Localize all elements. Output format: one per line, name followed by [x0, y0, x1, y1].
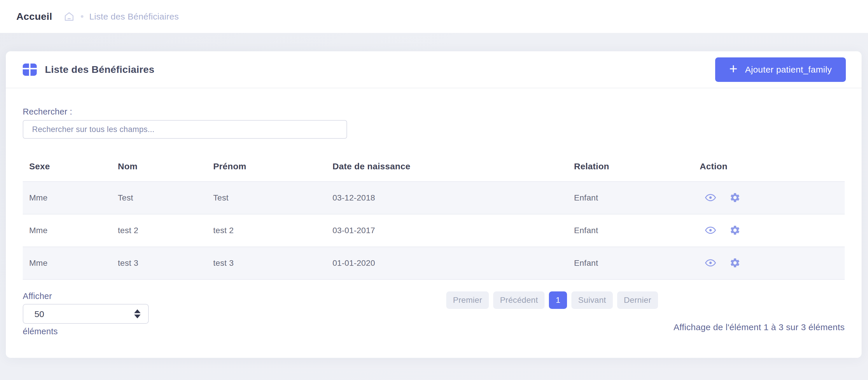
pagination-previous-button[interactable]: Précédent [493, 291, 545, 309]
beneficiaries-card: Liste des Bénéficiaires + Ajouter patien… [6, 51, 862, 358]
gear-icon [730, 225, 741, 237]
breadcrumb-home-link[interactable]: Accueil [16, 11, 52, 22]
add-patient-family-button[interactable]: + Ajouter patient_family [715, 58, 846, 82]
eye-icon [705, 226, 716, 236]
settings-button[interactable] [730, 192, 741, 204]
view-button[interactable] [705, 258, 716, 268]
settings-button[interactable] [730, 225, 741, 237]
pagination-next-button[interactable]: Suivant [571, 291, 613, 309]
page-size-label-top: Afficher [23, 291, 149, 301]
view-button[interactable] [705, 226, 716, 236]
card-header: Liste des Bénéficiaires + Ajouter patien… [6, 51, 862, 88]
page-size-control: Afficher 50 éléments [23, 291, 149, 336]
plus-icon: + [729, 69, 737, 71]
breadcrumb-current: Liste des Bénéficiaires [89, 12, 179, 22]
settings-button[interactable] [730, 257, 741, 269]
table-row: Mme Test Test 03-12-2018 Enfant [23, 181, 845, 214]
cell-sexe: Mme [23, 214, 118, 247]
pagination: Premier Précédent 1 Suivant Dernier [446, 291, 658, 309]
cell-prenom: test 3 [213, 247, 333, 279]
home-icon[interactable] [63, 11, 75, 23]
page-background: Liste des Bénéficiaires + Ajouter patien… [0, 33, 868, 358]
eye-icon [705, 258, 716, 268]
page-size-label-bottom: éléments [23, 327, 149, 336]
table-row: Mme test 2 test 2 03-01-2017 Enfant [23, 214, 845, 247]
add-button-label: Ajouter patient_family [745, 65, 832, 75]
search-input[interactable] [23, 120, 347, 139]
table-header-row: Sexe Nom Prénom Date de naissance Relati… [23, 153, 845, 181]
cell-nom: test 3 [118, 247, 213, 279]
pagination-summary: Affichage de l'élément 1 à 3 sur 3 éléme… [674, 322, 845, 332]
page-title: Liste des Bénéficiaires [45, 64, 154, 75]
cell-nom: test 2 [118, 214, 213, 247]
column-header-prenom: Prénom [213, 153, 333, 181]
pagination-first-button[interactable]: Premier [446, 291, 489, 309]
cell-relation: Enfant [574, 247, 700, 279]
pagination-last-button[interactable]: Dernier [617, 291, 658, 309]
column-header-action: Action [700, 153, 845, 181]
table-row: Mme test 3 test 3 01-01-2020 Enfant [23, 247, 845, 279]
cell-date-naissance: 03-01-2017 [333, 214, 574, 247]
table-grid-icon [23, 64, 37, 76]
pagination-page-1-button[interactable]: 1 [549, 291, 567, 309]
card-body: Rechercher : Sexe Nom Prénom Date de nai… [6, 107, 862, 356]
gear-icon [730, 192, 741, 204]
cell-sexe: Mme [23, 181, 118, 214]
cell-sexe: Mme [23, 247, 118, 279]
search-label: Rechercher : [23, 107, 845, 116]
cell-prenom: Test [213, 181, 333, 214]
breadcrumb: Accueil Liste des Bénéficiaires [0, 0, 868, 33]
cell-nom: Test [118, 181, 213, 214]
table-footer: Afficher 50 éléments Premier Précédent [23, 291, 845, 338]
cell-relation: Enfant [574, 181, 700, 214]
view-button[interactable] [705, 193, 716, 203]
beneficiaries-table: Sexe Nom Prénom Date de naissance Relati… [23, 153, 845, 280]
gear-icon [730, 257, 741, 269]
column-header-nom: Nom [118, 153, 213, 181]
cell-date-naissance: 01-01-2020 [333, 247, 574, 279]
eye-icon [705, 193, 716, 203]
cell-relation: Enfant [574, 214, 700, 247]
page-size-select[interactable]: 50 [23, 305, 148, 323]
cell-date-naissance: 03-12-2018 [333, 181, 574, 214]
column-header-sexe: Sexe [23, 153, 118, 181]
column-header-relation: Relation [574, 153, 700, 181]
breadcrumb-separator-dot [81, 15, 84, 18]
cell-prenom: test 2 [213, 214, 333, 247]
column-header-date-naissance: Date de naissance [333, 153, 574, 181]
